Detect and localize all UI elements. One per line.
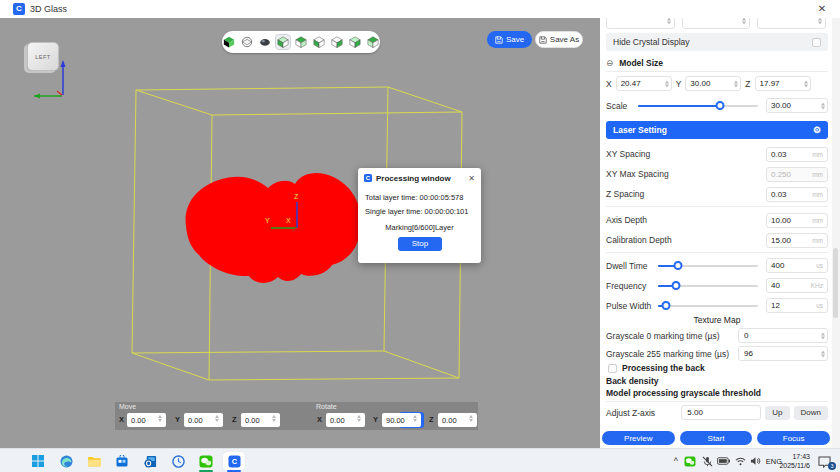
gear-icon[interactable]: ⚙ [813,125,821,135]
move-y-spinner[interactable] [215,415,219,422]
up-button[interactable]: Up [765,406,789,420]
stop-button[interactable]: Stop [398,237,442,251]
hide-crystal-display-row[interactable]: Hide Crystal Display [606,33,828,51]
frequency-slider[interactable] [658,285,758,287]
model-x-spinner[interactable] [665,80,669,87]
tray-battery[interactable] [717,449,730,472]
dwell-time-slider[interactable] [658,265,758,267]
model-z-label: Z [745,79,750,89]
save-button[interactable]: Save [487,31,532,48]
adjust-z-axis-row: Adjust Z-axis Up Down [606,405,828,420]
scale-slider-thumb[interactable] [715,101,724,110]
solid-view-icon[interactable] [222,35,236,49]
file-explorer-button[interactable] [83,452,105,470]
tray-volume[interactable] [750,449,761,472]
title-bar: C 3D Glass ✕ [0,0,840,18]
start-button[interactable] [27,452,49,470]
edge-browser-button[interactable] [55,452,77,470]
preview-button[interactable]: Preview [602,431,675,445]
window-close-icon[interactable]: ✕ [814,2,830,16]
xy-max-spacing-input: 0.250mm [766,167,828,182]
store-button[interactable] [111,452,133,470]
calibration-depth-input[interactable]: 15.00mm [766,233,828,248]
move-z-spinner[interactable] [272,415,276,422]
processing-back-checkbox[interactable] [608,364,617,373]
pulse-width-input[interactable]: 12us [766,298,828,313]
dialog-close-icon[interactable]: ✕ [468,174,475,183]
z-spacing-input[interactable]: 0.03mm [766,187,828,202]
wireframe-view-icon[interactable] [240,35,254,49]
shaded-view-icon[interactable] [258,35,272,49]
dialog-app-icon: C [364,174,372,182]
scale-slider[interactable] [638,105,758,107]
top-input-1-spinner[interactable] [667,18,671,25]
tray-chevron[interactable]: ^ [674,449,678,472]
wifi-icon [735,456,746,466]
dwell-time-input[interactable]: 400us [766,258,828,273]
model-z-spinner[interactable] [804,80,808,87]
grayscale0-label: Grayscale 0 marking time (µs) [606,331,720,341]
rotate-z-spinner[interactable] [469,415,473,422]
clock-app-button[interactable] [167,452,189,470]
back-density-label: Back density [606,376,658,386]
grayscale0-spinner[interactable] [821,332,825,339]
grayscale255-label: Grayscale 255 marking time (µs) [606,349,729,359]
pulse-width-thumb[interactable] [662,301,671,310]
model-size-header[interactable]: ⊖ Model Size [606,58,663,68]
laser-setting-header[interactable]: Laser Setting ⚙ [606,121,828,139]
3d-viewport[interactable]: LEFT Z X Y [0,18,600,448]
xy-spacing-input[interactable]: 0.03mm [766,147,828,162]
top-input-2-spinner[interactable] [742,18,746,25]
tray-mic-muted[interactable] [702,449,713,472]
scale-label: Scale [606,101,638,111]
grayscale0-input[interactable] [738,328,828,343]
save-as-button[interactable]: Save As [535,31,583,48]
transform-bar: Move Rotate X Y Z X Y Z [115,402,478,430]
dwell-time-thumb[interactable] [674,261,683,270]
notification-center-button[interactable]: 3 [818,454,834,468]
grayscale255-spinner[interactable] [821,350,825,357]
axis-depth-input[interactable]: 10.00mm [766,213,828,228]
view-toolbar [222,31,380,53]
outlook-button[interactable] [139,452,161,470]
rotate-x-spinner[interactable] [357,415,361,422]
grayscale255-input[interactable] [738,346,828,361]
view-right-icon[interactable] [330,35,344,49]
move-x-spinner[interactable] [158,415,162,422]
view-left-icon[interactable] [312,35,326,49]
view-top-icon[interactable] [348,35,362,49]
scale-value-input[interactable] [766,98,828,113]
sidebar-scrollbar[interactable] [832,18,840,448]
sidebar-scroll-thumb[interactable] [833,248,838,318]
model-x-input[interactable] [616,76,672,91]
frequency-row: Frequency 40KHz [606,278,828,293]
taskbar-clock[interactable]: 17:43 2025/11/6 [779,452,810,470]
view-bottom-icon[interactable] [366,35,380,49]
pulse-width-slider[interactable] [658,305,758,307]
view-back-icon[interactable] [294,35,308,49]
frequency-input[interactable]: 40KHz [766,278,828,293]
tray-network[interactable] [735,449,746,472]
top-input-3-spinner[interactable] [818,18,822,25]
dwell-time-label: Dwell Time [606,261,658,271]
3d-glass-app-button[interactable]: C [223,452,245,470]
down-button[interactable]: Down [794,406,828,420]
start-button[interactable]: Start [680,431,753,445]
3d-glass-app-icon: C [228,455,241,468]
collapse-icon[interactable]: ⊖ [606,58,613,68]
scale-spinner[interactable] [821,102,825,109]
model-y-input[interactable] [685,76,741,91]
view-front-icon[interactable] [276,35,290,49]
rotate-y-spinner[interactable] [413,415,417,422]
frequency-thumb[interactable] [672,281,681,290]
rotate-label: Rotate [316,403,337,410]
model-z-input[interactable] [755,76,811,91]
rotate-z-label: Z [429,415,434,424]
focus-button[interactable]: Focus [757,431,830,445]
adjust-z-input[interactable] [681,405,761,420]
hide-crystal-checkbox[interactable] [812,38,821,47]
model-y-spinner[interactable] [734,80,738,87]
processing-back-row[interactable]: Processing the back [608,363,705,373]
wechat-button[interactable] [195,452,217,470]
tray-wechat[interactable] [684,449,696,472]
